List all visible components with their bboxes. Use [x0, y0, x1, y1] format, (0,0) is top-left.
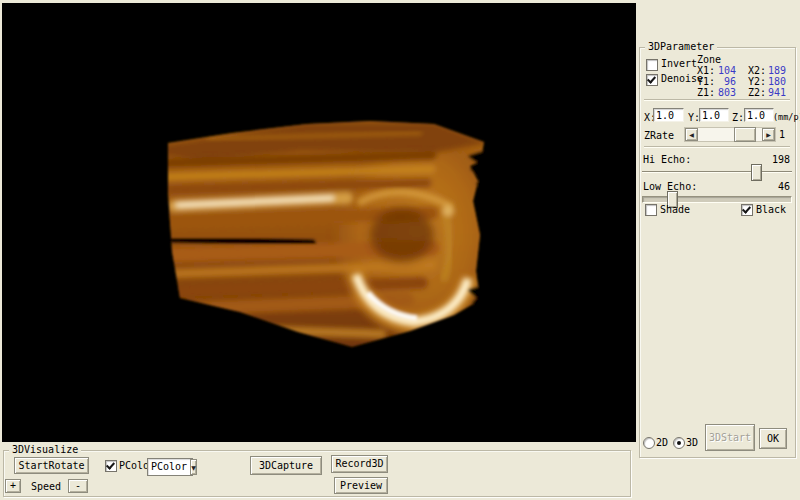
zone-z1-value: 803	[708, 87, 736, 98]
app-window: 3DParameter Invert Denoise Zone X1: 104 …	[0, 0, 800, 500]
separator	[644, 99, 790, 101]
pcolor-select[interactable]: PColor ▼	[147, 458, 193, 476]
shade-checkbox[interactable]	[645, 204, 657, 216]
hi-echo-slider[interactable]	[642, 164, 792, 180]
speed-plus-button[interactable]: +	[5, 479, 21, 493]
preview-button[interactable]: Preview	[334, 477, 388, 494]
zrate-label: ZRate	[644, 130, 674, 141]
separator	[644, 146, 790, 148]
zone-z2-value: 941	[760, 87, 786, 98]
hi-echo-track	[642, 171, 792, 172]
scale-z-label: Z:	[732, 112, 744, 123]
zone-x1-value: 104	[708, 65, 736, 76]
scale-z-input[interactable]	[744, 108, 774, 122]
start-rotate-button[interactable]: StartRotate	[14, 457, 89, 474]
parameter-groupbox-title: 3DParameter	[645, 41, 717, 52]
scale-x-input[interactable]	[653, 108, 684, 122]
zone-label: Zone	[697, 54, 721, 65]
visualize-groupbox: 3DVisualize StartRotate + Speed - PColor…	[3, 450, 631, 497]
mode-2d-radio[interactable]	[643, 437, 655, 449]
scale-y-input[interactable]	[699, 108, 729, 122]
speed-label: Speed	[31, 481, 61, 492]
scroll-left-icon[interactable]: ◀	[685, 128, 698, 141]
zrate-thumb[interactable]	[734, 127, 756, 142]
invert-checkbox[interactable]	[646, 59, 658, 71]
visualize-groupbox-title: 3DVisualize	[9, 444, 81, 455]
black-label: Black	[756, 204, 786, 215]
pcolor-checkbox[interactable]	[105, 460, 117, 472]
parameter-groupbox: 3DParameter Invert Denoise Zone X1: 104 …	[639, 47, 796, 458]
hi-echo-thumb[interactable]	[751, 164, 762, 181]
low-echo-track	[642, 196, 792, 203]
speed-minus-button[interactable]: -	[68, 479, 88, 493]
zrate-value: 1	[779, 129, 785, 140]
scale-unit-label: (mm/p)	[773, 112, 800, 123]
volume-render	[2, 3, 636, 442]
parameter-panel: 3DParameter Invert Denoise Zone X1: 104 …	[636, 0, 800, 500]
black-checkbox[interactable]	[741, 204, 753, 216]
pcolor-select-value: PColor	[148, 461, 190, 473]
zrate-scrollbar[interactable]: ◀ ▶	[684, 127, 776, 142]
mode-2d-label: 2D	[656, 437, 668, 448]
ok-button[interactable]: OK	[759, 428, 787, 449]
mode-3d-label: 3D	[686, 437, 698, 448]
render-viewport[interactable]	[2, 3, 636, 442]
shade-label: Shade	[660, 204, 690, 215]
mode-3d-radio[interactable]	[673, 437, 685, 449]
zone-y2-value: 180	[760, 76, 786, 87]
3dcapture-button[interactable]: 3DCapture	[250, 456, 322, 475]
dropdown-arrow-icon[interactable]: ▼	[190, 459, 197, 475]
zrate-track[interactable]	[698, 128, 762, 141]
scroll-right-icon[interactable]: ▶	[762, 128, 775, 141]
invert-label: Invert	[661, 58, 697, 69]
zone-y1-value: 96	[708, 76, 736, 87]
zone-x2-value: 189	[760, 65, 786, 76]
3dstart-button[interactable]: 3DStart	[705, 424, 755, 451]
record3d-button[interactable]: Record3D	[331, 455, 388, 473]
denoise-checkbox[interactable]	[646, 74, 658, 86]
